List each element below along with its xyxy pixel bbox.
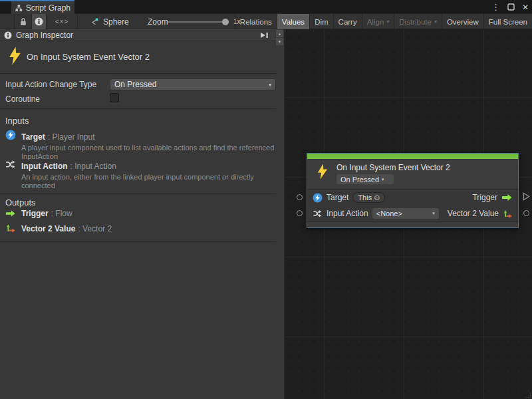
node-event-color-bar [307, 154, 518, 159]
graph-inspector-title: Graph Inspector [16, 31, 255, 40]
code-preview-button[interactable]: <×> [46, 14, 78, 29]
input-port-doc-target: Target: Player Input A player input comp… [5, 130, 271, 161]
zoom-slider[interactable] [168, 21, 229, 23]
input-action-input-port[interactable] [297, 210, 303, 216]
chevron-down-icon: ▾ [382, 177, 384, 182]
input-action-port-label: Input Action [327, 209, 368, 218]
output-port-doc-vector2: Vector 2 Value: Vector 2 [5, 222, 271, 234]
node-on-input-system-event-vector2[interactable]: On Input System Event Vector 2 On Presse… [307, 153, 519, 228]
player-input-icon [313, 193, 323, 203]
chevron-down-icon: ▾ [432, 211, 435, 216]
outputs-heading: Outputs [5, 198, 36, 207]
scroll-up-button[interactable]: ▲ [276, 30, 283, 37]
input-action-dropdown[interactable]: <None> ▾ [372, 208, 439, 219]
node-header[interactable]: On Input System Event Vector 2 On Presse… [307, 159, 518, 189]
full-screen-button[interactable]: Full Screen [483, 14, 532, 29]
inspector-scrollbar: ▲ ▼ [275, 29, 284, 399]
scroll-down-button[interactable]: ▼ [276, 38, 283, 45]
carry-button[interactable]: Carry [333, 14, 362, 29]
coroutine-label: Coroutine [5, 94, 110, 104]
node-port-row-target-trigger: Target This ⊙ Trigger [307, 190, 518, 205]
event-bolt-icon [8, 46, 22, 66]
node-title: On Input System Event Vector 2 [336, 163, 450, 172]
window-menu-icon[interactable]: ⋮ [490, 3, 501, 11]
chevron-down-icon: ▾ [386, 19, 389, 25]
chevron-down-icon: ▾ [434, 19, 437, 25]
tab-label: Script Graph [26, 3, 70, 13]
event-mode-dropdown[interactable]: On Pressed ▾ [336, 174, 394, 184]
graph-owner-label: Sphere [103, 17, 129, 27]
event-bolt-icon [317, 163, 329, 180]
lock-icon [19, 17, 27, 27]
toolbar-right-buttons: Relations Values Dim Carry Align ▾ Distr… [235, 14, 532, 29]
graph-inspector-panel: Graph Inspector ▲ ▼ On Input System Even… [0, 29, 285, 399]
close-icon[interactable]: ✕ [521, 3, 530, 11]
object-picker-icon[interactable]: ⊙ [374, 194, 380, 202]
distribute-button: Distribute ▾ [394, 14, 442, 29]
trigger-output-port[interactable] [523, 192, 530, 201]
inspected-node-title-block: On Input System Event Vector 2 [0, 41, 276, 73]
resize-grip[interactable] [525, 392, 531, 398]
change-type-dropdown[interactable]: On Pressed ▾ [110, 78, 276, 90]
dock-panel-icon[interactable] [259, 31, 269, 39]
graph-inspector-header: Graph Inspector [0, 29, 276, 41]
divider [0, 73, 276, 74]
node-port-row-inputaction-vector2: Input Action <None> ▾ Vector 2 Value [307, 205, 518, 221]
zoom-label: Zoom [148, 14, 168, 29]
coroutine-checkbox[interactable] [110, 93, 119, 102]
dim-button[interactable]: Dim [309, 14, 332, 29]
chevron-down-icon: ▾ [269, 82, 271, 88]
player-input-icon [5, 130, 16, 140]
coroutine-field: Coroutine [5, 93, 110, 105]
change-type-label: Input Action Change Type [5, 80, 110, 89]
vector2-output-port[interactable] [523, 210, 529, 216]
info-icon [35, 17, 43, 26]
overview-button[interactable]: Overview [442, 14, 483, 29]
values-button[interactable]: Values [277, 14, 309, 29]
vector2-icon [503, 209, 513, 219]
info-icon [4, 31, 12, 39]
vector2-icon [5, 223, 16, 233]
divider [0, 194, 276, 194]
unity-script-graph-window: Script Graph ⋮ ✕ <×> [0, 0, 532, 399]
script-machine-icon [90, 17, 99, 27]
flow-arrow-icon [5, 208, 16, 219]
graph-hierarchy-icon [15, 4, 23, 12]
target-object-field[interactable]: This ⊙ [352, 192, 385, 203]
graph-canvas[interactable]: On Input System Event Vector 2 On Presse… [285, 29, 532, 399]
maximize-icon[interactable] [507, 3, 515, 11]
relations-button[interactable]: Relations [235, 14, 277, 29]
graph-owner-breadcrumb[interactable]: Sphere [90, 14, 129, 29]
window-controls: ⋮ ✕ [490, 0, 530, 14]
zoom-slider-knob[interactable] [222, 19, 229, 25]
input-action-icon [313, 209, 323, 218]
node-footer [307, 221, 518, 227]
divider [0, 241, 276, 242]
output-port-doc-trigger: Trigger: Flow [5, 207, 271, 219]
target-port-label: Target [327, 193, 348, 202]
tab-script-graph[interactable]: Script Graph [11, 1, 74, 14]
align-button: Align ▾ [362, 14, 394, 29]
input-port-doc-input-action: Input Action: Input Action An input acti… [5, 160, 271, 190]
trigger-port-label: Trigger [472, 193, 497, 202]
inspector-toggle-button[interactable] [31, 14, 46, 29]
input-action-icon [5, 159, 16, 170]
lock-button[interactable] [14, 14, 31, 29]
vector2-port-label: Vector 2 Value [448, 209, 499, 218]
change-type-field: Input Action Change Type [5, 78, 110, 90]
flow-arrow-icon [501, 194, 513, 201]
target-input-port[interactable] [297, 194, 303, 200]
inputs-heading: Inputs [5, 116, 29, 126]
divider [0, 108, 276, 109]
window-titlebar: Script Graph ⋮ ✕ [0, 0, 532, 14]
graph-toolbar: <×> Sphere Zoom 1x Relations Values Dim … [0, 14, 532, 29]
inspected-node-title: On Input System Event Vector 2 [27, 52, 150, 62]
